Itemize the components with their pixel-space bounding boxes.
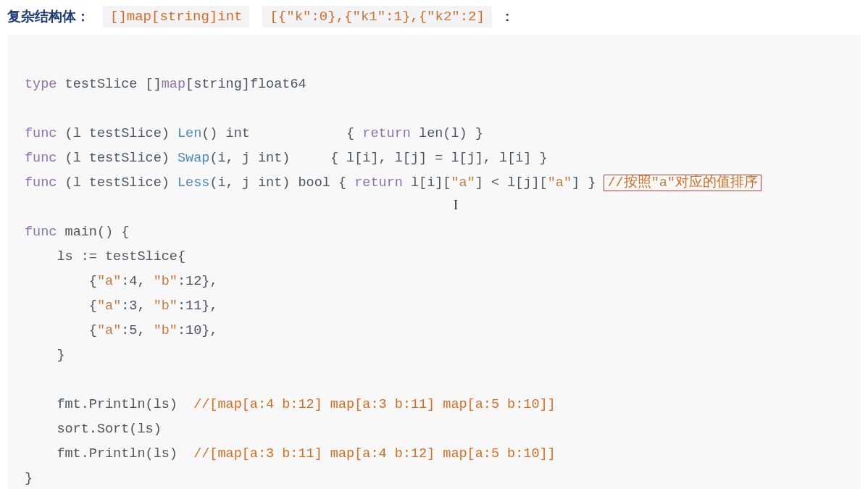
output-comment-after: //[map[a:3 b:11] map[a:4 b:12] map[a:5 b…	[193, 446, 556, 461]
kw-type: type	[25, 77, 57, 92]
method-swap: Swap	[178, 151, 209, 166]
type-chip: []map[string]int	[103, 6, 249, 28]
output-comment-before: //[map[a:4 b:12] map[a:3 b:11] map[a:5 b…	[193, 397, 556, 412]
kw-func: func	[25, 126, 57, 141]
highlighted-comment: //按照"a"对应的值排序	[604, 175, 761, 191]
header-trail: :	[505, 9, 509, 25]
header-line: 复杂结构体： []map[string]int [{"k":0},{"k1":1…	[7, 6, 861, 28]
example-chip: [{"k":0},{"k1":1},{"k2":2]	[262, 6, 492, 28]
code-block: Itype testSlice []map[string]float64 fun…	[7, 35, 861, 489]
method-len: Len	[178, 126, 201, 141]
cursor-caret: I	[454, 193, 458, 217]
method-less: Less	[178, 175, 209, 191]
header-label: 复杂结构体：	[7, 7, 90, 26]
